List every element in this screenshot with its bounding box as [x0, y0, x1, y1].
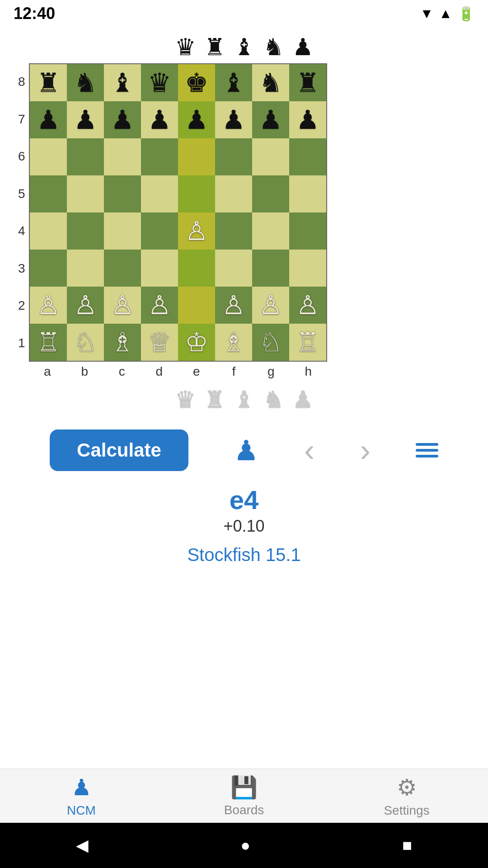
chess-piece: ♖ [37, 329, 60, 355]
board-cell[interactable]: ♛ [141, 64, 178, 101]
chess-piece: ♝ [222, 70, 245, 96]
nav-item-boards[interactable]: 💾 Boards [199, 775, 289, 817]
board-cell[interactable]: ♝ [104, 64, 141, 101]
captured-piece-white: ♟ [292, 388, 314, 411]
board-cell[interactable]: ♜ [289, 64, 326, 101]
board-cell[interactable]: ♟ [178, 101, 215, 138]
board-cell[interactable] [252, 138, 289, 175]
captured-piece-white: ♛ [175, 388, 196, 411]
board-cell[interactable] [141, 212, 178, 250]
board-cell[interactable] [30, 250, 67, 287]
board-cell[interactable]: ♘ [252, 324, 289, 361]
board-cell[interactable]: ♖ [289, 324, 326, 361]
rank-label: 1 [18, 325, 25, 362]
board-cell[interactable] [104, 212, 141, 250]
ncm-label: NCM [67, 803, 96, 818]
board-cell[interactable]: ♟ [289, 101, 326, 138]
chess-piece: ♙ [185, 218, 208, 244]
board-cell[interactable] [30, 212, 67, 250]
board-cell[interactable]: ♗ [215, 324, 252, 361]
board-cell[interactable] [141, 175, 178, 212]
board-cell[interactable]: ♟ [252, 101, 289, 138]
home-button[interactable]: ● [240, 836, 250, 855]
board-cell[interactable]: ♕ [141, 324, 178, 361]
calculate-button[interactable]: Calculate [50, 429, 188, 471]
player-icon[interactable]: ♟ [234, 434, 259, 467]
board-cell[interactable]: ♖ [30, 324, 67, 361]
board-cell[interactable] [104, 175, 141, 212]
board-cell[interactable] [141, 250, 178, 287]
chess-piece: ♗ [222, 329, 245, 355]
board-cell[interactable] [141, 138, 178, 175]
board-cell[interactable] [178, 138, 215, 175]
back-button[interactable]: ◀ [76, 836, 89, 855]
board-cell[interactable] [178, 287, 215, 324]
board-cell[interactable]: ♗ [104, 324, 141, 361]
board-cell[interactable]: ♝ [215, 64, 252, 101]
board-cell[interactable] [215, 138, 252, 175]
board-cell[interactable] [252, 250, 289, 287]
board-cell[interactable]: ♙ [252, 287, 289, 324]
board-cell[interactable] [252, 175, 289, 212]
nav-item-settings[interactable]: ⚙ Settings [361, 774, 452, 818]
rank-label: 6 [18, 138, 25, 175]
chess-piece: ♙ [259, 292, 282, 318]
chess-board[interactable]: ♜♞♝♛♚♝♞♜♟♟♟♟♟♟♟♟♙♙♙♙♙♙♙♙♖♘♗♕♔♗♘♖ [29, 63, 327, 362]
android-nav-bar: ◀ ● ■ [0, 823, 488, 868]
recent-button[interactable]: ■ [402, 836, 412, 855]
board-cell[interactable] [178, 175, 215, 212]
board-cell[interactable]: ♙ [215, 287, 252, 324]
board-cell[interactable] [215, 212, 252, 250]
board-cell[interactable] [289, 175, 326, 212]
chess-piece: ♙ [222, 292, 245, 318]
board-cell[interactable]: ♟ [215, 101, 252, 138]
board-cell[interactable] [30, 175, 67, 212]
board-cell[interactable]: ♟ [141, 101, 178, 138]
board-cell[interactable] [67, 250, 104, 287]
board-cell[interactable]: ♜ [30, 64, 67, 101]
board-cell[interactable] [215, 250, 252, 287]
chess-piece: ♔ [185, 329, 208, 355]
chess-piece: ♟ [148, 107, 171, 133]
board-cell[interactable] [289, 138, 326, 175]
rank-label: 8 [18, 63, 25, 100]
board-cell[interactable]: ♙ [289, 287, 326, 324]
board-cell[interactable] [67, 175, 104, 212]
board-cell[interactable] [30, 138, 67, 175]
board-cell[interactable]: ♙ [67, 287, 104, 324]
board-cell[interactable] [67, 138, 104, 175]
prev-button[interactable]: ‹ [304, 432, 314, 468]
board-cell[interactable]: ♚ [178, 64, 215, 101]
board-cell[interactable]: ♙ [104, 287, 141, 324]
board-cell[interactable]: ♟ [67, 101, 104, 138]
board-cell[interactable] [178, 250, 215, 287]
file-label: a [29, 364, 66, 379]
move-eval: +0.10 [0, 517, 488, 536]
board-cell[interactable]: ♔ [178, 324, 215, 361]
board-cell[interactable] [104, 138, 141, 175]
board-cell[interactable]: ♘ [67, 324, 104, 361]
chess-piece: ♗ [111, 329, 134, 355]
move-info: e4 +0.10 Stockfish 15.1 [0, 485, 488, 565]
board-cell[interactable]: ♙ [178, 212, 215, 250]
next-button[interactable]: › [360, 432, 371, 468]
board-cell[interactable] [215, 175, 252, 212]
menu-button[interactable] [416, 443, 438, 458]
board-cell[interactable]: ♟ [104, 101, 141, 138]
board-cell[interactable] [289, 212, 326, 250]
board-cell[interactable]: ♙ [30, 287, 67, 324]
board-cell[interactable] [67, 212, 104, 250]
board-cell[interactable] [104, 250, 141, 287]
board-cell[interactable] [252, 212, 289, 250]
rank-label: 2 [18, 287, 25, 324]
nav-item-ncm[interactable]: ♟ NCM [36, 774, 127, 818]
board-cell[interactable]: ♙ [141, 287, 178, 324]
board-cell[interactable]: ♟ [30, 101, 67, 138]
boards-icon: 💾 [230, 775, 258, 800]
chess-piece: ♛ [148, 70, 171, 96]
board-cell[interactable]: ♞ [252, 64, 289, 101]
chess-piece: ♖ [296, 329, 319, 355]
board-cell[interactable]: ♞ [67, 64, 104, 101]
chess-piece: ♜ [37, 70, 60, 96]
board-cell[interactable] [289, 250, 326, 287]
